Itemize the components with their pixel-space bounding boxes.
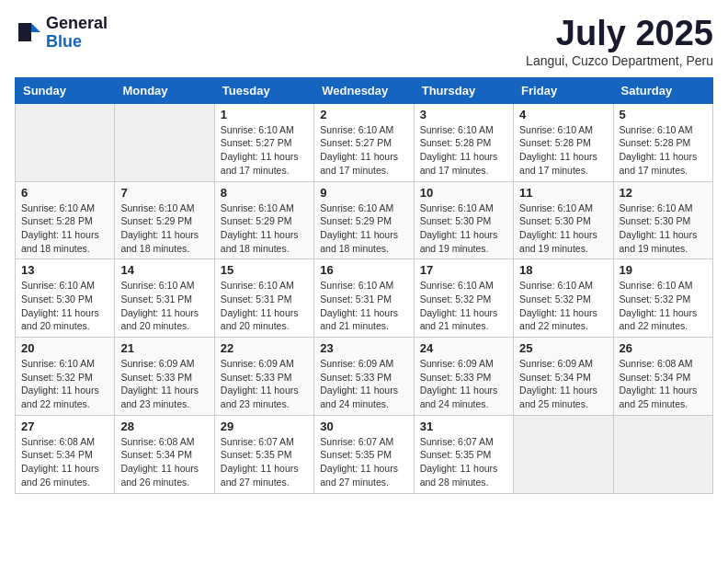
day-number: 14	[120, 263, 208, 277]
day-info: Sunrise: 6:10 AMSunset: 5:28 PMDaylight:…	[420, 123, 507, 178]
day-info: Sunrise: 6:09 AMSunset: 5:33 PMDaylight:…	[320, 357, 407, 411]
day-info: Sunrise: 6:10 AMSunset: 5:27 PMDaylight:…	[320, 123, 407, 178]
day-number: 31	[420, 419, 507, 433]
calendar-cell: 4Sunrise: 6:10 AMSunset: 5:28 PMDaylight…	[514, 103, 613, 181]
day-info: Sunrise: 6:10 AMSunset: 5:29 PMDaylight:…	[221, 201, 308, 256]
day-number: 4	[519, 108, 607, 121]
day-info: Sunrise: 6:10 AMSunset: 5:32 PMDaylight:…	[21, 357, 108, 411]
calendar-header-saturday: Saturday	[613, 77, 712, 103]
day-info: Sunrise: 6:10 AMSunset: 5:30 PMDaylight:…	[21, 279, 108, 333]
month-title: July 2025	[526, 15, 713, 53]
day-info: Sunrise: 6:10 AMSunset: 5:32 PMDaylight:…	[420, 279, 507, 333]
day-number: 5	[620, 108, 707, 121]
day-number: 19	[620, 263, 707, 277]
calendar-cell: 15Sunrise: 6:10 AMSunset: 5:31 PMDayligh…	[214, 259, 313, 338]
day-info: Sunrise: 6:10 AMSunset: 5:30 PMDaylight:…	[620, 201, 707, 256]
calendar-cell	[16, 103, 115, 181]
day-info: Sunrise: 6:09 AMSunset: 5:33 PMDaylight:…	[221, 357, 308, 411]
calendar-header-thursday: Thursday	[414, 77, 513, 103]
day-number: 13	[21, 263, 108, 277]
day-info: Sunrise: 6:10 AMSunset: 5:28 PMDaylight:…	[620, 123, 707, 178]
calendar-header-row: SundayMondayTuesdayWednesdayThursdayFrid…	[16, 77, 713, 103]
day-info: Sunrise: 6:10 AMSunset: 5:28 PMDaylight:…	[21, 201, 108, 256]
calendar-week-1: 1Sunrise: 6:10 AMSunset: 5:27 PMDaylight…	[16, 103, 713, 181]
calendar-cell: 5Sunrise: 6:10 AMSunset: 5:28 PMDaylight…	[613, 103, 712, 181]
day-number: 20	[21, 341, 108, 355]
day-number: 16	[320, 263, 407, 277]
day-number: 29	[221, 419, 308, 433]
day-info: Sunrise: 6:10 AMSunset: 5:30 PMDaylight:…	[420, 201, 507, 256]
page-header: General Blue July 2025 Langui, Cuzco Dep…	[15, 15, 713, 68]
calendar-cell: 30Sunrise: 6:07 AMSunset: 5:35 PMDayligh…	[314, 415, 414, 493]
calendar-cell: 19Sunrise: 6:10 AMSunset: 5:32 PMDayligh…	[613, 259, 712, 338]
day-info: Sunrise: 6:10 AMSunset: 5:30 PMDaylight:…	[519, 201, 607, 256]
day-info: Sunrise: 6:10 AMSunset: 5:31 PMDaylight:…	[320, 279, 407, 333]
day-info: Sunrise: 6:09 AMSunset: 5:33 PMDaylight:…	[420, 357, 507, 411]
svg-rect-2	[18, 32, 31, 41]
day-info: Sunrise: 6:10 AMSunset: 5:31 PMDaylight:…	[120, 279, 208, 333]
day-number: 23	[320, 341, 407, 355]
calendar-cell: 11Sunrise: 6:10 AMSunset: 5:30 PMDayligh…	[514, 181, 613, 259]
calendar-cell: 14Sunrise: 6:10 AMSunset: 5:31 PMDayligh…	[115, 259, 214, 338]
day-number: 12	[620, 186, 707, 200]
calendar-cell: 18Sunrise: 6:10 AMSunset: 5:32 PMDayligh…	[514, 259, 613, 338]
calendar-cell	[613, 415, 712, 493]
title-area: July 2025 Langui, Cuzco Department, Peru	[526, 15, 713, 68]
calendar-header-friday: Friday	[514, 77, 613, 103]
day-number: 24	[420, 341, 507, 355]
calendar-cell: 10Sunrise: 6:10 AMSunset: 5:30 PMDayligh…	[414, 181, 513, 259]
day-number: 30	[320, 419, 407, 433]
day-info: Sunrise: 6:10 AMSunset: 5:28 PMDaylight:…	[519, 123, 607, 178]
day-number: 11	[519, 186, 607, 200]
day-number: 28	[120, 419, 208, 433]
calendar-cell: 7Sunrise: 6:10 AMSunset: 5:29 PMDaylight…	[115, 181, 214, 259]
calendar-cell: 29Sunrise: 6:07 AMSunset: 5:35 PMDayligh…	[214, 415, 313, 493]
calendar-cell: 3Sunrise: 6:10 AMSunset: 5:28 PMDaylight…	[414, 103, 513, 181]
calendar-cell: 8Sunrise: 6:10 AMSunset: 5:29 PMDaylight…	[214, 181, 313, 259]
day-info: Sunrise: 6:10 AMSunset: 5:27 PMDaylight:…	[221, 123, 308, 178]
calendar-cell: 28Sunrise: 6:08 AMSunset: 5:34 PMDayligh…	[115, 415, 214, 493]
day-info: Sunrise: 6:10 AMSunset: 5:29 PMDaylight:…	[320, 201, 407, 256]
calendar-cell: 22Sunrise: 6:09 AMSunset: 5:33 PMDayligh…	[214, 338, 313, 416]
calendar-cell: 31Sunrise: 6:07 AMSunset: 5:35 PMDayligh…	[414, 415, 513, 493]
day-number: 1	[221, 108, 308, 121]
day-number: 3	[420, 108, 507, 121]
calendar-cell: 2Sunrise: 6:10 AMSunset: 5:27 PMDaylight…	[314, 103, 414, 181]
logo-blue: Blue	[46, 32, 82, 51]
day-number: 22	[221, 341, 308, 355]
location: Langui, Cuzco Department, Peru	[526, 53, 713, 68]
calendar-header-wednesday: Wednesday	[314, 77, 414, 103]
day-info: Sunrise: 6:08 AMSunset: 5:34 PMDaylight:…	[120, 435, 208, 489]
svg-rect-1	[18, 23, 31, 32]
calendar-cell: 17Sunrise: 6:10 AMSunset: 5:32 PMDayligh…	[414, 259, 513, 338]
calendar-table: SundayMondayTuesdayWednesdayThursdayFrid…	[15, 77, 713, 494]
day-number: 15	[221, 263, 308, 277]
day-number: 7	[120, 186, 208, 200]
calendar-cell: 6Sunrise: 6:10 AMSunset: 5:28 PMDaylight…	[16, 181, 115, 259]
calendar-header-monday: Monday	[115, 77, 214, 103]
day-info: Sunrise: 6:10 AMSunset: 5:32 PMDaylight:…	[620, 279, 707, 333]
calendar-cell: 13Sunrise: 6:10 AMSunset: 5:30 PMDayligh…	[16, 259, 115, 338]
logo-text: General Blue	[46, 15, 108, 52]
logo: General Blue	[15, 15, 108, 52]
day-number: 21	[120, 341, 208, 355]
calendar-cell	[514, 415, 613, 493]
day-info: Sunrise: 6:10 AMSunset: 5:32 PMDaylight:…	[519, 279, 607, 333]
day-info: Sunrise: 6:08 AMSunset: 5:34 PMDaylight:…	[21, 435, 108, 489]
day-info: Sunrise: 6:10 AMSunset: 5:31 PMDaylight:…	[221, 279, 308, 333]
calendar-cell: 23Sunrise: 6:09 AMSunset: 5:33 PMDayligh…	[314, 338, 414, 416]
calendar-cell: 16Sunrise: 6:10 AMSunset: 5:31 PMDayligh…	[314, 259, 414, 338]
day-info: Sunrise: 6:07 AMSunset: 5:35 PMDaylight:…	[420, 435, 507, 489]
calendar-week-5: 27Sunrise: 6:08 AMSunset: 5:34 PMDayligh…	[16, 415, 713, 493]
calendar-cell: 27Sunrise: 6:08 AMSunset: 5:34 PMDayligh…	[16, 415, 115, 493]
logo-icon	[15, 19, 42, 47]
calendar-cell	[115, 103, 214, 181]
day-number: 10	[420, 186, 507, 200]
calendar-cell: 24Sunrise: 6:09 AMSunset: 5:33 PMDayligh…	[414, 338, 513, 416]
day-number: 25	[519, 341, 607, 355]
day-number: 9	[320, 186, 407, 200]
calendar-cell: 26Sunrise: 6:08 AMSunset: 5:34 PMDayligh…	[613, 338, 712, 416]
logo-general: General	[46, 14, 108, 32]
calendar-cell: 21Sunrise: 6:09 AMSunset: 5:33 PMDayligh…	[115, 338, 214, 416]
day-number: 18	[519, 263, 607, 277]
